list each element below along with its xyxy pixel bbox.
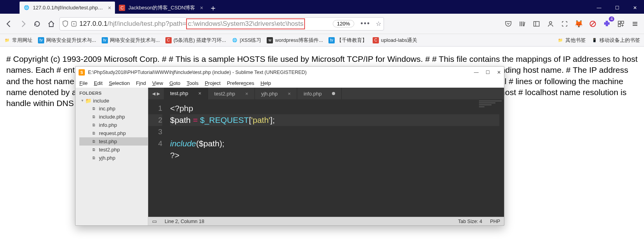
close-icon[interactable]: ×	[198, 90, 201, 96]
shield-icon[interactable]	[62, 20, 68, 27]
sidebar-icon[interactable]	[531, 18, 542, 30]
menu-selection[interactable]: Selection	[109, 80, 129, 86]
tab-nav-arrows[interactable]: ◀ ▶	[148, 88, 164, 99]
folder-include[interactable]: ▸ 📁 include	[79, 97, 148, 104]
close-icon[interactable]: ×	[108, 5, 111, 11]
file-icon: 🗎	[91, 106, 97, 112]
svg-line-6	[591, 22, 595, 26]
browser-tabstrip: 🌐 127.0.0.1/hjf/include/test.php?p × C J…	[0, 0, 644, 14]
status-cursor[interactable]: Line 2, Column 18	[165, 219, 204, 224]
close-icon[interactable]: ×	[245, 91, 248, 97]
page-actions-icon[interactable]: •••	[361, 20, 370, 28]
zoom-indicator[interactable]: 120%	[333, 20, 354, 27]
extensions-icon[interactable]: 4	[601, 18, 613, 30]
forward-button[interactable]	[17, 18, 29, 30]
caret-down-icon: ▸	[81, 100, 85, 102]
file-item[interactable]: 🗎inc.php	[79, 104, 148, 113]
menu-help[interactable]: Help	[260, 80, 271, 86]
home-button[interactable]	[45, 18, 57, 30]
minimize-button[interactable]: ―	[590, 2, 608, 14]
addons-icon[interactable]	[615, 18, 627, 30]
sublime-title-text: E:\PhpStudy2018\PHPTutorial\WWW\hjf\incl…	[88, 70, 307, 75]
file-icon: 🗎	[91, 147, 97, 153]
file-item[interactable]: 🗎test2.php	[79, 146, 148, 154]
bookmark-item[interactable]: Cupload-labs通关	[373, 37, 417, 44]
file-icon: 🗎	[91, 122, 97, 128]
file-item[interactable]: 🗎info.php	[79, 121, 148, 129]
menu-tools[interactable]: Tools	[187, 80, 198, 86]
menu-view[interactable]: View	[152, 80, 163, 86]
panel-switcher-icon[interactable]: ▭	[152, 218, 157, 224]
file-item[interactable]: 🗎include.php	[79, 113, 148, 121]
other-bookmarks[interactable]: 📁其他书签	[557, 37, 586, 44]
globe-icon: 🌐	[23, 5, 30, 11]
close-icon[interactable]: ×	[200, 5, 203, 11]
bookmark-item[interactable]: 📁常用网址	[4, 37, 32, 44]
library-icon[interactable]	[517, 18, 528, 30]
file-item[interactable]: 🗎yjh.php	[79, 154, 148, 162]
csdn-icon: C	[373, 37, 379, 43]
maximize-button[interactable]: ☐	[486, 70, 490, 75]
code-text[interactable]: <?php $path = $_REQUEST['path']; include…	[166, 99, 504, 217]
wordpress-icon: w	[267, 37, 273, 43]
minimize-button[interactable]: ―	[474, 70, 479, 75]
sublime-menubar: File Edit Selection Find View Goto Tools…	[75, 78, 504, 88]
status-tabsize[interactable]: Tab Size: 4	[458, 219, 482, 224]
editor-tab[interactable]: test.php×	[164, 88, 208, 99]
file-icon: 🗎	[91, 155, 97, 161]
noscript-icon[interactable]	[587, 18, 599, 30]
browser-toolbar: 127.0.0.1/hjf/include/test.php?path=c:\w…	[0, 14, 644, 34]
menu-button[interactable]	[629, 18, 641, 30]
close-icon[interactable]: ×	[288, 91, 291, 97]
pocket-icon[interactable]	[502, 18, 514, 30]
screenshot-icon[interactable]	[559, 18, 570, 30]
browser-tab-1[interactable]: 🌐 127.0.0.1/hjf/include/test.php?p ×	[20, 2, 115, 14]
menu-project[interactable]: Project	[205, 80, 221, 86]
close-window-button[interactable]: ✕	[626, 2, 644, 14]
code-area[interactable]: 1 2 3 4 <?php $path = $_REQUEST['path'];…	[148, 99, 504, 217]
badge: 4	[609, 16, 614, 22]
csdn-icon: C	[119, 5, 125, 11]
bookmark-star-icon[interactable]: ☆	[376, 20, 381, 27]
new-tab-button[interactable]: ＋	[207, 2, 219, 14]
menu-edit[interactable]: Edit	[94, 80, 102, 86]
menu-preferences[interactable]: Preferences	[227, 80, 254, 86]
svg-rect-2	[534, 22, 539, 26]
page-info-icon[interactable]	[71, 21, 77, 27]
url-text: 127.0.0.1/hjf/include/test.php?path=c:\w…	[79, 20, 305, 28]
status-language[interactable]: PHP	[490, 219, 500, 224]
svg-point-1	[74, 23, 75, 24]
bookmark-item[interactable]: tv网络安全提升技术与...	[102, 37, 160, 44]
bookmark-item[interactable]: C(5条消息) 搭建学习环...	[165, 37, 226, 44]
dirty-dot-icon	[332, 92, 335, 95]
menu-find[interactable]: Find	[136, 80, 146, 86]
bilibili-icon: tv	[38, 37, 44, 43]
browser-tab-2[interactable]: C Jackbeson的博客_CSDN博客 ×	[115, 2, 207, 14]
file-icon: 🗎	[91, 114, 97, 120]
sublime-titlebar[interactable]: S E:\PhpStudy2018\PHPTutorial\WWW\hjf\in…	[75, 67, 504, 78]
bookmark-item[interactable]: tv网络安全提升技术与...	[38, 37, 96, 44]
svg-rect-9	[618, 24, 621, 27]
back-button[interactable]	[3, 18, 15, 30]
editor-tab[interactable]: yjh.php×	[255, 88, 298, 99]
editor-tab[interactable]: info.php	[297, 88, 341, 99]
file-item[interactable]: 🗎test.php	[79, 137, 148, 146]
file-item[interactable]: 🗎request.php	[79, 129, 148, 137]
editor-tab[interactable]: test2.php×	[208, 88, 255, 99]
menu-goto[interactable]: Goto	[169, 80, 180, 86]
bookmark-item[interactable]: wwordpress博客插件...	[267, 37, 323, 44]
mobile-bookmarks[interactable]: 📱移动设备上的书签	[591, 37, 640, 44]
editor-tabstrip: ◀ ▶ test.php×test2.php×yjh.php×info.php	[148, 88, 504, 99]
close-button[interactable]: ✕	[497, 70, 501, 75]
bilibili-icon: tv	[102, 37, 108, 43]
maximize-button[interactable]: ☐	[608, 2, 626, 14]
foxyproxy-icon[interactable]: 🦊	[573, 18, 585, 30]
account-icon[interactable]	[545, 18, 556, 30]
url-bar[interactable]: 127.0.0.1/hjf/include/test.php?path=c:\w…	[59, 17, 384, 31]
minimap[interactable]	[477, 99, 504, 119]
bookmark-item[interactable]: tv【千锋教育】	[328, 37, 367, 44]
folder-icon: 📁	[557, 37, 563, 43]
reload-button[interactable]	[31, 18, 43, 30]
bookmark-item[interactable]: 🌐|XSS练习	[231, 37, 261, 44]
menu-file[interactable]: File	[79, 80, 88, 86]
